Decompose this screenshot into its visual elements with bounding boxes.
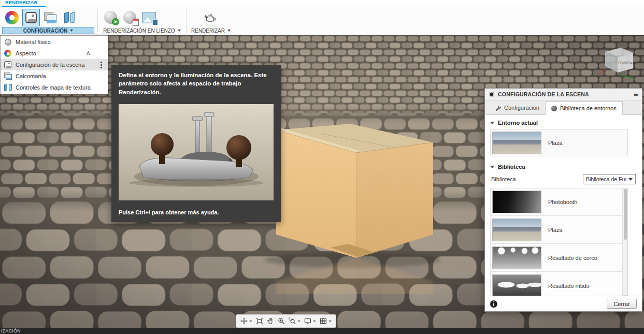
current-environment-row[interactable]: Plaza (490, 129, 628, 156)
view-cube[interactable]: FRONTAL (597, 45, 640, 85)
more-options-icon[interactable] (101, 64, 102, 66)
decal-button[interactable] (41, 9, 59, 26)
list-scrollbar[interactable] (623, 188, 628, 296)
orbit-button[interactable] (239, 315, 254, 327)
section-entorno-actual[interactable]: Entorno actual (485, 115, 642, 128)
shortcut-label: A (87, 50, 90, 56)
appearance-icon (4, 50, 11, 57)
pan-button[interactable] (265, 315, 276, 327)
physical-material-icon (5, 39, 11, 46)
tooltip-help-text: Pulse Ctrl+/ para obtener más ayuda. (119, 209, 274, 215)
scrollbar-thumb[interactable] (624, 189, 627, 240)
environment-item-photobooth[interactable]: Photobooth (490, 188, 623, 216)
panel-body: Entorno actual Plaza Biblioteca Bibliote… (485, 115, 642, 311)
teapot-icon (204, 11, 218, 24)
decal-icon (4, 72, 12, 80)
toolbar-divider (97, 9, 98, 32)
library-select[interactable]: Biblioteca de Fus... (583, 174, 636, 184)
chevron-down-icon (628, 178, 633, 181)
texture-map-controls-button[interactable] (61, 9, 78, 26)
environment-thumbnail (492, 274, 541, 296)
move-arrows-icon (240, 317, 248, 325)
fusion-app-window: FRONTAL IZACIÓN RENDERIZAR CONFIGURACIÓN (0, 0, 644, 334)
environment-item-resaltado-cerco[interactable]: Resaltado de cerco (490, 244, 623, 272)
environment-item-plaza[interactable]: Plaza (490, 216, 623, 244)
configuracion-dropdown-menu: Material físico Aspecto A Configuración … (0, 35, 108, 94)
menu-item-configuracion-escena[interactable]: Configuración de la escena (1, 59, 108, 70)
library-field-row: Biblioteca Biblioteca de Fus... (485, 172, 642, 188)
scene-settings-button[interactable] (22, 9, 40, 26)
toolbar-divider (186, 9, 187, 32)
render-group-label[interactable]: RENDERIZAR (189, 27, 233, 34)
tab-biblioteca-entornos[interactable]: Biblioteca de entornos (545, 101, 623, 115)
tab-configuracion[interactable]: Configuración (489, 101, 545, 114)
environment-item-resaltado-nitido[interactable]: Resaltado nítido (490, 272, 623, 296)
zoom-window-button[interactable] (287, 315, 302, 327)
tooltip-preview-image (119, 104, 274, 200)
display-settings-button[interactable] (303, 315, 318, 327)
fit-view-icon (256, 317, 263, 325)
chevron-down-icon (249, 321, 252, 322)
report-badge-icon (133, 19, 139, 26)
info-icon[interactable] (490, 300, 497, 308)
chevron-down-icon (328, 321, 332, 322)
configuracion-group-label[interactable]: CONFIGURACIÓN (2, 27, 94, 34)
toolbar-group-render: RENDERIZAR (189, 6, 233, 35)
zoom-icon (278, 317, 285, 325)
bottom-panel-partial-label: IZACIÓN (1, 328, 21, 333)
environment-sphere-icon (551, 106, 557, 111)
tooltip-description: Defina el entorno y la iluminación de la… (119, 71, 274, 96)
bottom-panel-strip[interactable]: IZACIÓN (0, 328, 644, 334)
appearance-button[interactable] (3, 9, 21, 26)
menu-item-calcomania[interactable]: Calcomanía (1, 70, 108, 82)
render-button[interactable] (202, 9, 220, 26)
chevron-down-icon (70, 30, 73, 32)
zoom-window-icon (289, 317, 296, 325)
collapse-arrow-icon (490, 122, 494, 124)
wrench-icon (495, 105, 501, 111)
menu-item-material-fisico[interactable]: Material físico (1, 36, 108, 48)
panel-title: CONFIGURACIÓN DE LA ESCENA (498, 91, 631, 97)
tab-renderizar[interactable]: RENDERIZAR (2, 0, 46, 7)
decal-icon (44, 12, 56, 23)
save-image-button[interactable] (140, 9, 158, 26)
scene-settings-icon (4, 61, 11, 68)
save-image-icon (142, 12, 156, 23)
render-canvas-group-label[interactable]: RENDERIZACIÓN EN LIENZO (101, 27, 183, 34)
environment-thumbnail (492, 219, 541, 241)
chevron-down-icon (227, 30, 231, 32)
play-badge-icon (112, 18, 119, 25)
panel-tab-bar: Configuración Biblioteca de entornos (485, 100, 642, 115)
scene-settings-tooltip: Defina el entorno y la iluminación de la… (111, 65, 281, 222)
menu-item-aspecto[interactable]: Aspecto A (1, 48, 108, 59)
expand-panel-icon[interactable] (634, 92, 638, 97)
panel-footer: Cerrar (485, 296, 642, 311)
toolbar-group-render-canvas: RENDERIZACIÓN EN LIENZO (101, 6, 183, 35)
toolbar-group-configuracion: CONFIGURACIÓN (2, 6, 94, 35)
capture-image-button[interactable] (121, 9, 138, 26)
section-biblioteca[interactable]: Biblioteca (485, 159, 642, 172)
capture-image-icon (123, 11, 136, 24)
main-toolbar: CONFIGURACIÓN RENDERIZACIÓN EN LIENZO (0, 6, 644, 35)
panel-header[interactable]: CONFIGURACIÓN DE LA ESCENA (485, 89, 642, 100)
scene-settings-panel: CONFIGURACIÓN DE LA ESCENA Configuración… (484, 88, 642, 312)
environment-thumbnail (492, 246, 541, 269)
fit-button[interactable] (254, 315, 265, 327)
hand-plane-photo (119, 104, 274, 200)
chevron-down-icon (297, 321, 300, 322)
scene-settings-icon (25, 12, 37, 23)
view-navigation-bar (236, 314, 336, 328)
render-in-canvas-button[interactable] (102, 9, 119, 26)
chevron-down-icon (178, 30, 181, 32)
current-environment-thumbnail (492, 132, 541, 154)
texture-map-icon (4, 84, 12, 91)
zoom-button[interactable] (276, 315, 287, 327)
grid-settings-button[interactable] (318, 315, 333, 327)
viewcube-front-label: FRONTAL (618, 61, 633, 64)
render-in-canvas-icon (104, 11, 117, 24)
panel-grip-icon (489, 92, 494, 97)
pan-hand-icon (267, 317, 274, 325)
close-button[interactable]: Cerrar (607, 299, 637, 309)
menu-item-controles-mapa-textura[interactable]: Controles de mapa de textura (1, 82, 108, 93)
chevron-down-icon (313, 321, 316, 322)
